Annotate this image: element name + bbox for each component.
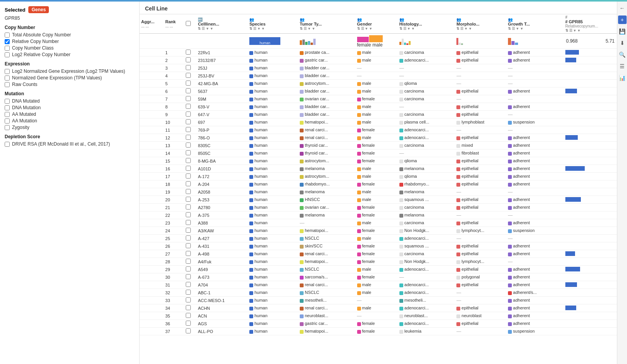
row-checkbox[interactable] <box>186 235 191 240</box>
th-aggr[interactable]: Aggr... … … <box>140 14 164 34</box>
row-checkbox[interactable] <box>186 243 191 248</box>
cell-checkbox[interactable] <box>184 266 196 273</box>
table-row[interactable]: 17 A-172 human astrocytom... male qlioma… <box>140 173 617 180</box>
th-cellline[interactable]: 🔤 Celllinen... ⇅ ☰ ▼ ▼ <box>196 14 248 34</box>
row-checkbox[interactable] <box>186 150 191 155</box>
checkbox-dna-mutated-input[interactable] <box>5 99 10 104</box>
cell-checkbox[interactable] <box>184 72 196 80</box>
cell-checkbox[interactable] <box>184 64 196 72</box>
right-icon-download[interactable]: ⬇ <box>618 39 627 47</box>
checkbox-zygosity-input[interactable] <box>5 125 10 130</box>
cell-checkbox[interactable] <box>184 304 196 312</box>
cell-checkbox[interactable] <box>184 204 196 211</box>
row-checkbox[interactable] <box>186 204 191 209</box>
checkbox-aa-mutation[interactable]: AA Mutation <box>5 118 135 124</box>
row-checkbox[interactable] <box>186 305 191 310</box>
row-checkbox[interactable] <box>186 282 191 287</box>
th-gender-ctrl2[interactable]: ☰ <box>361 27 364 31</box>
cell-checkbox[interactable] <box>184 258 196 266</box>
row-checkbox[interactable] <box>186 266 191 271</box>
table-row[interactable]: 18 A-204 human rhabdomyo... female rhabd… <box>140 180 617 188</box>
cell-checkbox[interactable] <box>184 88 196 95</box>
table-row[interactable]: 14 8505C human thyroid car... female — f… <box>140 149 617 157</box>
th-gender-ctrl1[interactable]: ⇅ <box>357 27 360 31</box>
table-row[interactable]: 22 A-375 human melanoma female melanoma … <box>140 211 617 219</box>
checkbox-dna-mutated[interactable]: DNA Mutated <box>5 98 135 104</box>
th-tumor-ctrl3[interactable]: ▼ <box>307 27 311 31</box>
cell-checkbox[interactable] <box>184 103 196 111</box>
row-checkbox[interactable] <box>186 135 191 140</box>
th-species-ctrl1[interactable]: ⇅ <box>249 27 252 31</box>
row-checkbox[interactable] <box>186 328 191 333</box>
table-row[interactable]: 35 ACN human neuroblast... — neuroblast.… <box>140 312 617 320</box>
cell-checkbox[interactable] <box>184 134 196 142</box>
th-gpr85-ctrl2[interactable]: ☰ <box>569 29 572 33</box>
table-row[interactable]: 30 A-673 human sarcoma/s... female — pol… <box>140 273 617 281</box>
table-row[interactable]: 6 5637 human bladder car... male carcino… <box>140 88 617 95</box>
checkbox-raw-counts-input[interactable] <box>5 82 10 87</box>
table-row[interactable]: 34 ACHN human renal carci... male adenoc… <box>140 304 617 312</box>
table-row[interactable]: 10 697 human hematopoi... male plasma ce… <box>140 118 617 126</box>
row-checkbox[interactable] <box>186 96 191 101</box>
checkbox-aa-mutated[interactable]: AA Mutated <box>5 112 135 117</box>
table-row[interactable]: 33 ACC-MESO-1 human mesotheli... — mesot… <box>140 297 617 304</box>
th-morphology[interactable]: 👥 Morpholo... ⇅ ☰ ▼ ▼ <box>455 14 506 34</box>
row-checkbox[interactable] <box>186 173 191 179</box>
cell-checkbox[interactable] <box>184 126 196 134</box>
checkbox-dna-mutation[interactable]: DNA Mutation <box>5 105 135 110</box>
checkbox-norm-expr-input[interactable] <box>5 76 10 81</box>
th-tumor-ctrl2[interactable]: ☰ <box>304 27 307 31</box>
row-checkbox[interactable] <box>186 297 191 302</box>
table-row[interactable]: 1 22Rv1 human prostate ca... male carcin… <box>140 49 617 57</box>
table-row[interactable]: 36 AGS human gastric car... female adeno… <box>140 320 617 328</box>
cell-checkbox[interactable] <box>184 273 196 281</box>
cell-checkbox[interactable] <box>184 149 196 157</box>
cell-checkbox[interactable] <box>184 49 196 57</box>
row-checkbox[interactable] <box>186 65 191 70</box>
th-rank[interactable]: Rank … … <box>164 14 184 34</box>
row-checkbox[interactable] <box>186 104 191 109</box>
table-row[interactable]: 12 786-O human renal carci... male adeno… <box>140 134 617 142</box>
th-cellline-icon4[interactable]: ▼ <box>210 27 213 31</box>
cell-checkbox[interactable] <box>184 118 196 126</box>
row-checkbox[interactable] <box>186 321 191 326</box>
table-row[interactable]: 31 A704 human renal carci... male adenoc… <box>140 281 617 289</box>
table-row[interactable]: 26 A-431 human skin/SCC female squamous … <box>140 242 617 250</box>
table-row[interactable]: 28 A4/Fuk human hematopoi... female Non … <box>140 258 617 266</box>
cell-checkbox[interactable] <box>184 328 196 335</box>
row-checkbox[interactable] <box>186 73 191 78</box>
th-gender-ctrl4[interactable]: ▼ <box>369 27 372 31</box>
row-checkbox[interactable] <box>186 119 191 124</box>
th-gpr85[interactable]: # # GPR85 Relativecopynum... ⇅ ☰ ▼ ▼ <box>564 14 617 34</box>
table-row[interactable]: 11 769-P human renal carci... female ade… <box>140 126 617 134</box>
cell-checkbox[interactable] <box>184 320 196 328</box>
checkbox-log2-expr-input[interactable] <box>5 69 10 74</box>
th-growth-ctrl2[interactable]: ☰ <box>512 27 515 31</box>
checkbox-aa-mutated-input[interactable] <box>5 112 10 117</box>
cell-checkbox[interactable] <box>184 250 196 258</box>
cell-checkbox[interactable] <box>184 196 196 204</box>
cell-checkbox[interactable] <box>184 297 196 304</box>
checkbox-relative-copy[interactable]: Relative Copy Number <box>5 39 135 44</box>
right-icon-list[interactable]: ☰ <box>618 62 627 70</box>
table-row[interactable]: 7 59M human ovarian car... female carcin… <box>140 95 617 103</box>
th-histology[interactable]: 👥 Histology... ⇅ ☰ ▼ ▼ <box>398 14 455 34</box>
th-growth-ctrl3[interactable]: ▼ <box>516 27 519 31</box>
cell-checkbox[interactable] <box>184 227 196 235</box>
cell-checkbox[interactable] <box>184 111 196 118</box>
row-checkbox[interactable] <box>186 112 191 117</box>
row-checkbox[interactable] <box>186 81 191 86</box>
row-checkbox[interactable] <box>186 220 191 225</box>
table-row[interactable]: 15 8-MG-BA human astrocytom... female ql… <box>140 157 617 165</box>
table-row[interactable]: 20 A-253 human HNSCC male squamous ... e… <box>140 196 617 204</box>
select-all-checkbox[interactable] <box>186 21 191 26</box>
right-icon-arrow-left[interactable]: ← <box>618 4 627 12</box>
th-gender[interactable]: 👥 Gender ⇅ ☰ ▼ ▼ <box>356 14 398 34</box>
table-row[interactable]: 21 A2780 human ovarian car... female car… <box>140 204 617 211</box>
table-row[interactable]: 13 8305C human thyroid car... female car… <box>140 142 617 149</box>
checkbox-log2-expr[interactable]: Log2 Normalized Gene Expression (Log2 TP… <box>5 69 135 74</box>
th-species-ctrl2[interactable]: ☰ <box>253 27 256 31</box>
table-row[interactable]: 8 639-V human bladder car... male — epit… <box>140 103 617 111</box>
right-icon-chart[interactable]: 📊 <box>618 74 627 82</box>
th-histology-ctrl3[interactable]: ▼ <box>407 27 411 31</box>
